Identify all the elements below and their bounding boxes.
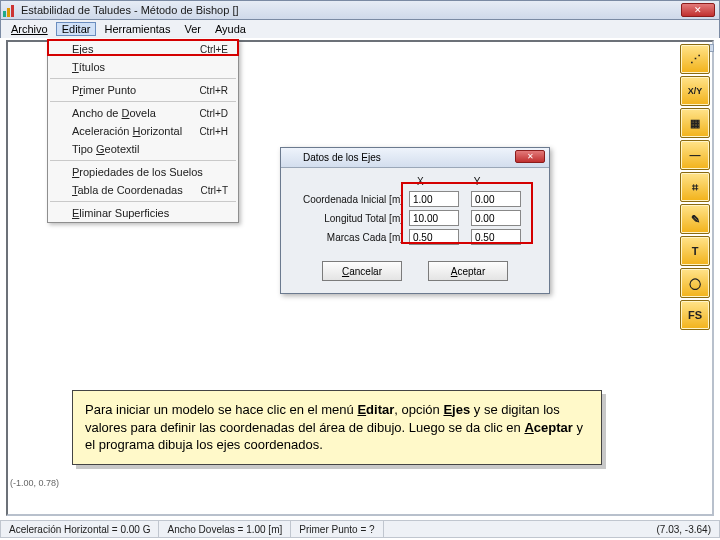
tool-btn-pencil[interactable]: ✎	[680, 204, 710, 234]
canvas-coord-label: (-1.00, 0.78)	[10, 478, 59, 488]
menu-item-tabla-coordenadas[interactable]: Tabla de CoordenadasCtrl+T	[48, 181, 238, 199]
instruction-callout: Para iniciar un modelo se hace clic en e…	[72, 390, 602, 465]
input-longitud-y[interactable]	[471, 210, 521, 226]
status-ancho-dovelas: Ancho Dovelas = 1.00 [m]	[159, 521, 291, 537]
tool-btn-xy[interactable]: X/Y	[680, 76, 710, 106]
menu-editar[interactable]: Editar	[56, 22, 97, 36]
menu-ver[interactable]: Ver	[178, 22, 207, 36]
tool-btn-line[interactable]: —	[680, 140, 710, 170]
accept-button[interactable]: Aceptar	[428, 261, 508, 281]
dialog-column-headers: XY	[417, 176, 539, 187]
status-aceleracion: Aceleración Horizontal = 0.00 G	[1, 521, 159, 537]
menu-item-eliminar-superficies[interactable]: Eliminar Superficies	[48, 204, 238, 222]
menu-item-ancho-dovela[interactable]: Ancho de DovelaCtrl+D	[48, 104, 238, 122]
input-marcas-y[interactable]	[471, 229, 521, 245]
dialog-titlebar: Datos de los Ejes ✕	[281, 148, 549, 168]
menu-item-propiedades-suelos[interactable]: Propiedades de los Suelos	[48, 163, 238, 181]
menu-item-ejes[interactable]: EEjesjes Ctrl+E	[48, 40, 238, 58]
dropdown-editar: EEjesjes Ctrl+E Títulos Primer PuntoCtrl…	[47, 39, 239, 223]
input-coord-inicial-y[interactable]	[471, 191, 521, 207]
menu-archivo[interactable]: Archivo	[5, 22, 54, 36]
menu-bar: Archivo Editar Herramientas Ver Ayuda	[0, 20, 720, 38]
window-close-button[interactable]: ✕	[681, 3, 715, 17]
dialog-icon	[285, 151, 299, 165]
input-coord-inicial-x[interactable]	[409, 191, 459, 207]
input-marcas-x[interactable]	[409, 229, 459, 245]
dialog-datos-ejes: Datos de los Ejes ✕ XY Coordenada Inicia…	[280, 147, 550, 294]
window-titlebar: Estabilidad de Taludes - Método de Bisho…	[0, 0, 720, 20]
tool-btn-text[interactable]: T	[680, 236, 710, 266]
input-longitud-x[interactable]	[409, 210, 459, 226]
status-primer-punto: Primer Punto = ?	[291, 521, 383, 537]
menu-ayuda[interactable]: Ayuda	[209, 22, 252, 36]
tool-btn-circle[interactable]: ◯	[680, 268, 710, 298]
row-marcas-cada: Marcas Cada [m]	[291, 229, 539, 245]
tool-btn-table[interactable]: ⌗	[680, 172, 710, 202]
row-longitud-total: Longitud Total [m]	[291, 210, 539, 226]
tool-palette: ⋰ X/Y ▦ — ⌗ ✎ T ◯ FS	[680, 44, 712, 330]
tool-btn-grid[interactable]: ▦	[680, 108, 710, 138]
status-cursor-coords: (7.03, -3.64)	[649, 521, 719, 537]
menu-herramientas[interactable]: Herramientas	[98, 22, 176, 36]
tool-btn-1[interactable]: ⋰	[680, 44, 710, 74]
menu-item-aceleracion[interactable]: Aceleración HorizontalCtrl+H	[48, 122, 238, 140]
cancel-button[interactable]: Cancelar	[322, 261, 402, 281]
dialog-close-button[interactable]: ✕	[515, 150, 545, 163]
tool-btn-fs[interactable]: FS	[680, 300, 710, 330]
menu-item-primer-punto[interactable]: Primer PuntoCtrl+R	[48, 81, 238, 99]
app-icon	[3, 3, 17, 17]
window-title: Estabilidad de Taludes - Método de Bisho…	[21, 4, 239, 16]
dialog-title: Datos de los Ejes	[303, 152, 381, 163]
menu-item-tipo-geotextil[interactable]: Tipo Geotextil	[48, 140, 238, 158]
row-coord-inicial: Coordenada Inicial [m]	[291, 191, 539, 207]
status-bar: Aceleración Horizontal = 0.00 G Ancho Do…	[0, 520, 720, 538]
menu-item-titulos[interactable]: Títulos	[48, 58, 238, 76]
